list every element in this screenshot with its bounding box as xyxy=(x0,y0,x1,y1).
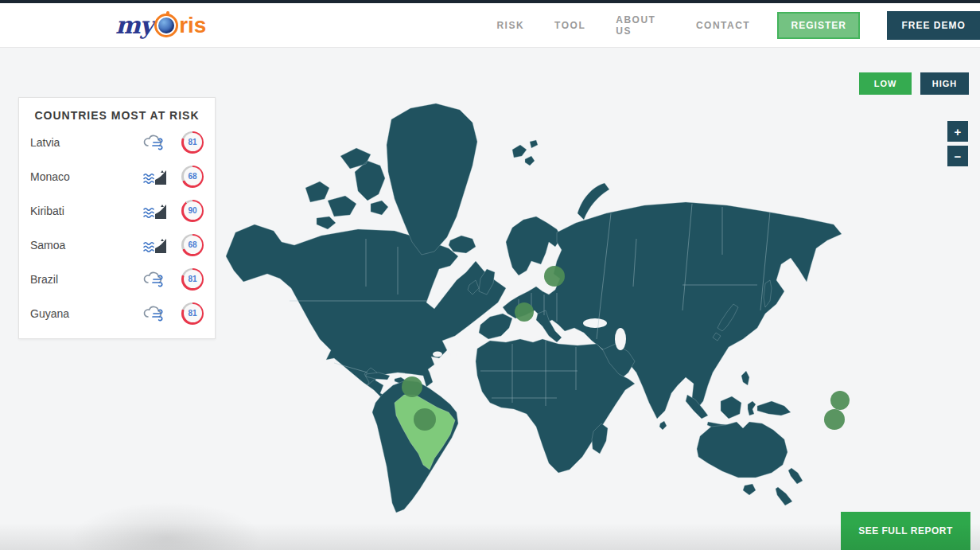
risk-row-guyana[interactable]: Guyana 81 xyxy=(30,296,204,330)
wind-hazard-icon xyxy=(143,271,167,288)
register-button[interactable]: REGISTER xyxy=(777,12,860,39)
great-lakes-2 xyxy=(442,356,450,361)
risk-row-brazil[interactable]: Brazil 81 xyxy=(30,262,204,296)
wind-hazard-icon xyxy=(143,305,167,322)
nav-contact[interactable]: CONTACT xyxy=(696,20,750,31)
main-nav: RISK TOOL ABOUT US CONTACT xyxy=(496,14,750,37)
risk-dot-monaco[interactable] xyxy=(515,302,534,322)
country-name: Brazil xyxy=(30,273,142,286)
coastal-hazard-icon xyxy=(143,202,167,220)
hazard-icon-wrap xyxy=(142,202,169,220)
panel-title: COUNTRIES MOST AT RISK xyxy=(30,109,204,122)
legend-high-button[interactable]: HIGH xyxy=(920,72,969,95)
hazard-icon-wrap xyxy=(142,168,169,185)
nav-risk[interactable]: RISK xyxy=(496,20,524,31)
coastal-hazard-icon xyxy=(143,168,167,185)
country-name: Monaco xyxy=(30,170,142,183)
region-australia xyxy=(697,422,788,495)
map-zoom-controls: + − xyxy=(947,121,968,166)
region-arctic-islands xyxy=(305,148,388,229)
coastal-hazard-icon xyxy=(143,236,167,254)
black-sea xyxy=(583,318,607,328)
nav-tool[interactable]: TOOL xyxy=(554,20,585,31)
hazard-icon-wrap xyxy=(142,305,169,322)
risk-score-badge: 81 xyxy=(181,302,204,325)
risk-score-badge: 81 xyxy=(181,268,204,291)
hazard-icon-wrap xyxy=(142,134,169,151)
risk-dot-brazil[interactable] xyxy=(414,408,436,431)
map-section: COUNTRIES MOST AT RISK Latvia 81 Monaco … xyxy=(0,48,980,550)
risk-score: 81 xyxy=(184,133,202,151)
great-lakes xyxy=(433,352,442,357)
risk-row-samoa[interactable]: Samoa 68 xyxy=(30,228,204,262)
risk-dot-samoa[interactable] xyxy=(824,409,845,430)
great-lakes-3 xyxy=(450,352,457,357)
risk-legend: LOW HIGH xyxy=(859,72,969,95)
country-name: Kiribati xyxy=(30,205,142,217)
caspian-sea xyxy=(615,328,626,350)
hazard-icon-wrap xyxy=(142,236,169,254)
free-demo-button[interactable]: FREE DEMO xyxy=(887,11,980,40)
country-name: Samoa xyxy=(30,239,142,252)
country-name: Latvia xyxy=(30,136,142,149)
see-full-report-button[interactable]: SEE FULL REPORT xyxy=(841,512,970,550)
countries-most-at-risk-panel: COUNTRIES MOST AT RISK Latvia 81 Monaco … xyxy=(18,97,216,339)
legend-low-button[interactable]: LOW xyxy=(859,72,912,95)
hazard-icon-wrap xyxy=(142,271,169,288)
risk-score-badge: 90 xyxy=(181,200,204,222)
risk-row-kiribati[interactable]: Kiribati 90 xyxy=(30,193,204,228)
risk-row-latvia[interactable]: Latvia 81 xyxy=(30,125,204,159)
zoom-in-button[interactable]: + xyxy=(947,121,968,142)
risk-dot-kiribati[interactable] xyxy=(830,391,850,410)
region-iceland xyxy=(449,236,476,253)
nav-about-us[interactable]: ABOUT US xyxy=(616,14,666,37)
risk-score: 68 xyxy=(184,167,202,185)
risk-score-badge: 68 xyxy=(181,166,204,188)
risk-score: 81 xyxy=(184,270,202,288)
globe-icon xyxy=(154,14,178,37)
risk-row-monaco[interactable]: Monaco 68 xyxy=(30,159,204,193)
region-iberia xyxy=(479,314,512,339)
risk-score-badge: 81 xyxy=(181,131,204,154)
risk-score: 68 xyxy=(184,236,202,254)
risk-score-badge: 68 xyxy=(181,234,204,256)
logo[interactable]: my ris xyxy=(115,11,206,39)
risk-score: 81 xyxy=(184,304,202,322)
risk-dot-latvia[interactable] xyxy=(544,266,565,287)
top-accent-bar xyxy=(0,0,980,3)
logo-text-my: my xyxy=(115,11,153,39)
region-new-guinea xyxy=(757,401,791,415)
wind-hazard-icon xyxy=(143,134,167,151)
region-sri-lanka xyxy=(659,421,667,430)
risk-score: 90 xyxy=(184,201,202,220)
zoom-out-button[interactable]: − xyxy=(947,146,968,166)
risk-dot-guyana[interactable] xyxy=(402,376,422,397)
country-name: Guyana xyxy=(30,307,142,320)
logo-text-ris: ris xyxy=(179,13,206,38)
region-new-zealand xyxy=(776,468,803,505)
header: my ris RISK TOOL ABOUT US CONTACT REGIST… xyxy=(0,0,980,48)
region-greenland xyxy=(387,103,477,255)
region-svalbard xyxy=(512,140,538,166)
